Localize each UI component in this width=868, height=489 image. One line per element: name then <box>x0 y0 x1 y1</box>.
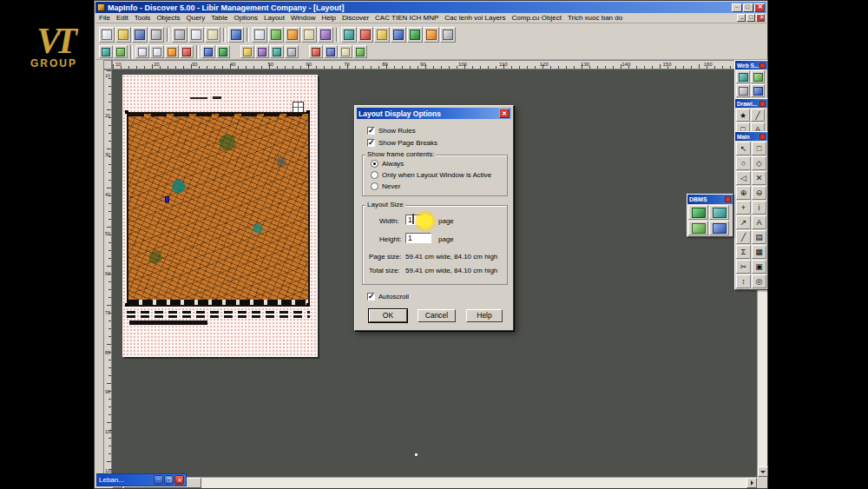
scroll-down-icon[interactable] <box>758 466 768 477</box>
label-tool[interactable]: A <box>752 215 766 229</box>
menu-cac-lenh-voi-layers[interactable]: Cac lenh voi Layers <box>444 14 505 22</box>
copy-icon[interactable] <box>188 27 204 43</box>
horizontal-scrollbar[interactable] <box>112 477 757 488</box>
drawing-palette-titlebar[interactable]: Drawi... <box>735 99 767 108</box>
always-radio[interactable] <box>371 160 378 168</box>
help-icon[interactable] <box>440 27 456 43</box>
polygon-select-tool[interactable]: ◇ <box>752 156 766 170</box>
invert-selection-tool[interactable]: ✕ <box>752 171 766 185</box>
menu-edit[interactable]: Edit <box>116 14 128 22</box>
toolbar2-icon[interactable] <box>353 45 367 58</box>
toolbar2-icon[interactable] <box>240 45 254 58</box>
menu-trich-xuoc-ban-do[interactable]: Trich xuoc ban do <box>568 14 622 22</box>
menu-comp-cu-object[interactable]: Comp.cu Object <box>512 14 562 22</box>
drag-map-tool[interactable]: ↕ <box>736 274 751 288</box>
menu-file[interactable]: File <box>99 14 110 22</box>
web-refresh-icon[interactable] <box>751 84 765 97</box>
menu-options[interactable]: Options <box>233 14 258 22</box>
window-titlebar[interactable]: MapInfo - Discover 5.00 - Libir Manageme… <box>95 2 766 13</box>
menu-help[interactable]: Help <box>321 14 335 22</box>
toolbar2-icon[interactable] <box>285 45 299 58</box>
mdi-restore-icon[interactable] <box>746 14 755 22</box>
target-tool[interactable]: ◎ <box>752 274 766 288</box>
dbms-refresh-icon[interactable] <box>709 205 729 220</box>
zoom-in-tool[interactable]: ⊕ <box>736 186 751 200</box>
paste-icon[interactable] <box>205 27 220 43</box>
toolbar2-icon[interactable] <box>114 45 128 58</box>
cut-icon[interactable] <box>172 27 187 43</box>
district-tool[interactable]: ▦ <box>752 245 766 259</box>
new-redistricter-icon[interactable] <box>318 27 333 43</box>
toolbar2-icon[interactable] <box>99 45 113 58</box>
ruler-tool[interactable]: ╱ <box>736 230 751 244</box>
web-link-icon[interactable] <box>736 84 750 97</box>
frame-handle[interactable] <box>125 110 128 114</box>
new-layout-icon[interactable] <box>301 27 317 43</box>
mini-restore-icon[interactable] <box>164 475 174 485</box>
info-tool[interactable]: i <box>752 201 766 215</box>
frame-handle[interactable] <box>125 303 128 307</box>
toolbar-icon[interactable] <box>391 27 406 43</box>
dbms-palette-close-icon[interactable] <box>725 196 731 202</box>
new-document-icon[interactable] <box>99 27 115 43</box>
open-table-icon[interactable] <box>115 27 131 43</box>
unselect-all-tool[interactable]: ◁ <box>736 171 751 185</box>
maximize-icon[interactable] <box>743 3 753 12</box>
cancel-button[interactable]: Cancel <box>418 309 456 322</box>
mini-close-icon[interactable] <box>174 475 184 485</box>
save-icon[interactable] <box>132 27 148 43</box>
menu-objects[interactable]: Objects <box>156 14 180 22</box>
toolbar-icon[interactable] <box>358 27 373 43</box>
undo-icon[interactable] <box>228 27 244 43</box>
line-tool[interactable]: ╱ <box>751 109 765 122</box>
drawing-palette-close-icon[interactable] <box>760 101 766 107</box>
mdi-minimize-icon[interactable] <box>737 14 746 22</box>
scroll-right-icon[interactable] <box>746 478 757 488</box>
toolbar2-icon[interactable] <box>324 45 338 58</box>
toolbar2-icon[interactable] <box>201 45 215 58</box>
hotlink-tool[interactable]: ↗ <box>736 215 751 229</box>
toolbar2-icon[interactable] <box>339 45 352 58</box>
autoscroll-checkbox[interactable] <box>367 293 375 301</box>
mini-minimize-icon[interactable] <box>154 475 163 485</box>
toolbar-icon[interactable] <box>407 27 423 43</box>
minimized-window[interactable]: Leban... <box>96 473 187 486</box>
frame-handle[interactable] <box>306 110 310 114</box>
menu-cac-tien-ich[interactable]: CAC TIEN ICH MNP <box>375 14 438 22</box>
toolbar2-icon[interactable] <box>150 45 164 58</box>
toolbar2-icon[interactable] <box>135 45 149 58</box>
menu-layout[interactable]: Layout <box>264 14 285 22</box>
zoom-out-tool[interactable]: ⊖ <box>752 186 766 200</box>
web-publish-icon[interactable] <box>736 70 750 83</box>
frame-handle[interactable] <box>306 303 310 307</box>
print-icon[interactable] <box>148 27 164 43</box>
height-input[interactable] <box>405 233 431 243</box>
symbol-tool[interactable]: ★ <box>736 109 750 122</box>
new-mapper-icon[interactable] <box>268 27 284 43</box>
menu-discover[interactable]: Discover <box>342 14 369 22</box>
clip-toggle-tool[interactable]: ▣ <box>752 260 766 274</box>
toolbar2-icon[interactable] <box>165 45 179 58</box>
help-button[interactable]: Help <box>466 309 503 322</box>
main-palette-close-icon[interactable] <box>760 134 766 140</box>
legend-tool[interactable]: ▤ <box>752 230 766 244</box>
menu-window[interactable]: Window <box>291 14 315 22</box>
select-tool[interactable]: ↖ <box>736 142 751 155</box>
close-icon[interactable] <box>754 3 765 12</box>
toolbar-icon[interactable] <box>341 27 357 43</box>
toolbar2-icon[interactable] <box>270 45 284 58</box>
dbms-unlink-icon[interactable] <box>688 221 708 235</box>
toolbar2-icon[interactable] <box>255 45 269 58</box>
toolbar2-icon[interactable] <box>180 45 194 58</box>
main-palette-titlebar[interactable]: Main <box>735 132 767 141</box>
new-grapher-icon[interactable] <box>285 27 300 43</box>
clip-region-tool[interactable]: ✂ <box>736 260 751 274</box>
toolbar-icon[interactable] <box>424 27 439 43</box>
show-page-breaks-checkbox[interactable] <box>367 139 375 147</box>
menu-query[interactable]: Query <box>187 14 206 22</box>
toolbar-icon[interactable] <box>374 27 390 43</box>
marquee-select-tool[interactable]: □ <box>752 142 766 155</box>
web-palette-close-icon[interactable] <box>760 63 766 69</box>
new-browser-icon[interactable] <box>252 27 267 43</box>
dbms-palette-titlebar[interactable]: DBMS <box>687 195 733 204</box>
